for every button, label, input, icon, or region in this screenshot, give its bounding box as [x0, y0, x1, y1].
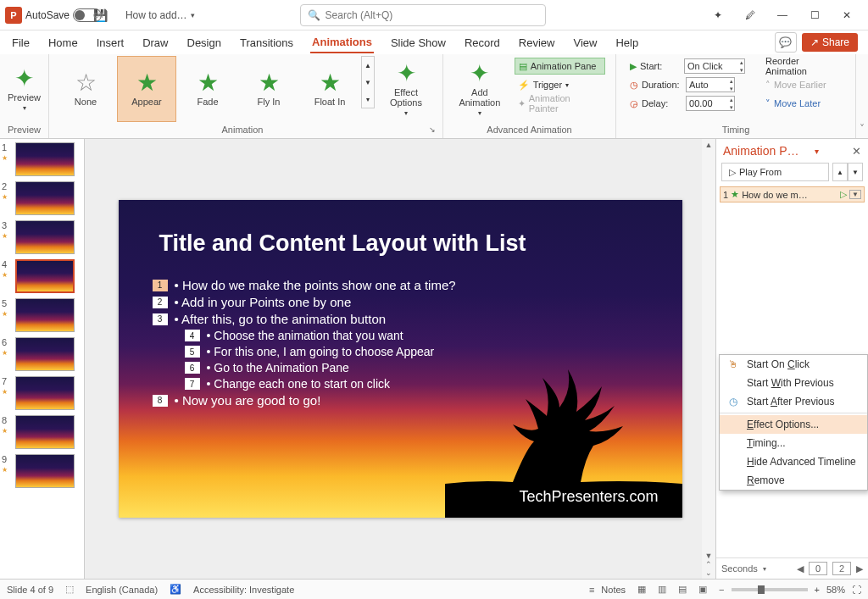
scroll-down-icon[interactable]: ▼	[705, 552, 713, 560]
timeline-next-icon[interactable]: ▶	[856, 563, 863, 574]
slide-title[interactable]: Title and Content Layout with List	[159, 230, 526, 257]
move-later-button[interactable]: ˅ Move Later	[762, 95, 845, 112]
next-slide-icon[interactable]: ⌄	[705, 568, 712, 577]
slide-editor[interactable]: Title and Content Layout with List 1• Ho…	[85, 139, 715, 579]
accessibility-button[interactable]: Accessibility: Investigate	[193, 585, 294, 595]
search-input[interactable]: 🔍 Search (Alt+Q)	[300, 4, 546, 26]
list-item[interactable]: 5• For this one, I am going to choose Ap…	[185, 345, 456, 358]
normal-view-icon[interactable]: ▦	[632, 582, 651, 597]
autosave-toggle[interactable]: AutoSave Off	[25, 8, 90, 22]
dropdown-icon[interactable]: ▼	[849, 190, 861, 199]
tab-animations[interactable]: Animations	[310, 32, 374, 53]
delay-input[interactable]: 00.00	[686, 96, 735, 111]
tab-help[interactable]: Help	[614, 33, 640, 53]
animation-appear[interactable]: ★Appear	[117, 56, 176, 122]
thumbnail-9[interactable]: 9	[2, 454, 82, 488]
tab-file[interactable]: File	[10, 33, 31, 53]
thumbnail-1[interactable]: 1	[2, 142, 82, 176]
tab-slide-show[interactable]: Slide Show	[389, 33, 448, 53]
preview-button[interactable]: ✦ Preview ▾	[0, 56, 54, 122]
animation-pane-button[interactable]: ▤ Animation Pane	[515, 58, 605, 75]
collapse-ribbon-icon[interactable]: ˅	[856, 119, 868, 138]
close-pane-icon[interactable]: ✕	[852, 145, 861, 158]
menu-start-on-click[interactable]: 🖱 Start On Click	[720, 355, 867, 374]
reading-view-icon[interactable]: ▤	[673, 582, 692, 597]
timeline-prev-icon[interactable]: ◀	[797, 563, 804, 574]
tab-draw[interactable]: Draw	[141, 33, 170, 53]
menu-remove[interactable]: Remove	[720, 471, 867, 490]
list-item[interactable]: 2• Add in your Points one by one	[153, 295, 456, 309]
minimize-button[interactable]: —	[766, 3, 798, 27]
list-item[interactable]: 1• How do we make the points show one at…	[153, 278, 456, 292]
zoom-out-icon[interactable]: −	[719, 585, 724, 595]
list-item[interactable]: 3• After this, go to the animation butto…	[153, 312, 456, 326]
copilot-icon[interactable]: ✦	[702, 3, 734, 27]
ribbon-display-icon[interactable]: 🖉	[734, 3, 766, 27]
list-item[interactable]: 6• Go to the Animation Pane	[185, 361, 456, 374]
animation-list-item[interactable]: 1 ★ How do we m… ▷ ▼	[720, 186, 865, 202]
thumbnail-2[interactable]: 2	[2, 181, 82, 215]
gallery-up-icon[interactable]: ▲	[362, 57, 374, 74]
gallery-more-icon[interactable]: ▾	[362, 91, 374, 108]
animation-fade[interactable]: ★Fade	[178, 56, 237, 122]
menu-start-with-previous[interactable]: Start With Previous	[720, 374, 867, 392]
chevron-down-icon[interactable]: ▾	[763, 565, 766, 573]
list-item[interactable]: 4• Choose the animation that you want	[185, 329, 456, 342]
tab-insert[interactable]: Insert	[95, 33, 126, 53]
animation-none[interactable]: ☆None	[56, 56, 115, 122]
maximize-button[interactable]: ☐	[798, 3, 831, 27]
thumbnail-4[interactable]: 4	[2, 259, 82, 293]
thumbnail-7[interactable]: 7	[2, 376, 82, 410]
comments-button[interactable]: 💬	[775, 32, 797, 53]
share-button[interactable]: ↗Share	[802, 33, 858, 52]
dialog-launcher-icon[interactable]: ↘	[429, 125, 436, 134]
prev-slide-icon[interactable]: ⌃	[705, 560, 712, 568]
menu-hide-timeline[interactable]: Hide Advanced Timeline	[720, 452, 867, 471]
menu-timing[interactable]: Timing...	[720, 434, 867, 452]
animation-float-in[interactable]: ★Float In	[300, 56, 359, 122]
thumbnail-3[interactable]: 3	[2, 220, 82, 254]
notes-button[interactable]: Notes	[601, 585, 626, 595]
zoom-slider[interactable]	[732, 588, 808, 591]
menu-effect-options[interactable]: Effect Options...	[720, 415, 867, 434]
pane-options-icon[interactable]: ▾	[815, 147, 819, 156]
duration-input[interactable]: Auto	[686, 77, 735, 92]
thumbnail-6[interactable]: 6	[2, 337, 82, 371]
move-down-button[interactable]: ▼	[848, 163, 863, 181]
trigger-button[interactable]: ⚡ Trigger ▾	[515, 76, 605, 93]
slide-scrollbar[interactable]: ▲ ▼ ⌃ ⌄	[702, 139, 715, 579]
document-title[interactable]: How to add… ▾	[125, 9, 195, 21]
slide-bullets[interactable]: 1• How do we make the points show one at…	[153, 278, 456, 410]
animation-painter-button[interactable]: ✦ Animation Painter	[515, 95, 605, 112]
gallery-down-icon[interactable]: ▼	[362, 74, 374, 91]
start-dropdown[interactable]: On Click	[684, 58, 745, 74]
list-item[interactable]: 8• Now you are good to go!	[153, 393, 456, 408]
scroll-up-icon[interactable]: ▲	[705, 141, 713, 149]
zoom-level[interactable]: 58%	[826, 585, 845, 595]
zoom-in-icon[interactable]: +	[815, 585, 820, 595]
effect-options-button[interactable]: ✦Effect Options▾	[376, 56, 436, 122]
tab-review[interactable]: Review	[517, 33, 557, 53]
thumbnail-panel[interactable]: 123456789	[0, 139, 85, 579]
fit-window-icon[interactable]: ⛶	[852, 585, 861, 595]
play-from-button[interactable]: ▷ Play From	[721, 163, 829, 181]
move-up-button[interactable]: ▲	[832, 163, 848, 181]
slideshow-view-icon[interactable]: ▣	[693, 582, 712, 597]
list-item[interactable]: 7• Change each one to start on click	[185, 377, 456, 391]
tab-home[interactable]: Home	[47, 33, 80, 53]
close-button[interactable]: ✕	[831, 3, 863, 27]
tab-record[interactable]: Record	[463, 33, 502, 53]
slide-counter[interactable]: Slide 4 of 9	[7, 585, 53, 595]
menu-start-after-previous[interactable]: ◷ Start After Previous	[720, 392, 867, 411]
sorter-view-icon[interactable]: ▥	[653, 582, 671, 597]
thumbnail-5[interactable]: 5	[2, 298, 82, 332]
slide-canvas[interactable]: Title and Content Layout with List 1• Ho…	[119, 200, 682, 518]
thumbnail-8[interactable]: 8	[2, 415, 82, 449]
move-earlier-button[interactable]: ˄ Move Earlier	[762, 76, 845, 93]
add-animation-button[interactable]: ✦ Add Animation ▾	[450, 56, 509, 122]
tab-design[interactable]: Design	[186, 33, 223, 53]
language-button[interactable]: English (Canada)	[86, 585, 158, 595]
tab-transitions[interactable]: Transitions	[238, 33, 295, 53]
tab-view[interactable]: View	[571, 33, 598, 53]
animation-fly-in[interactable]: ★Fly In	[239, 56, 298, 122]
